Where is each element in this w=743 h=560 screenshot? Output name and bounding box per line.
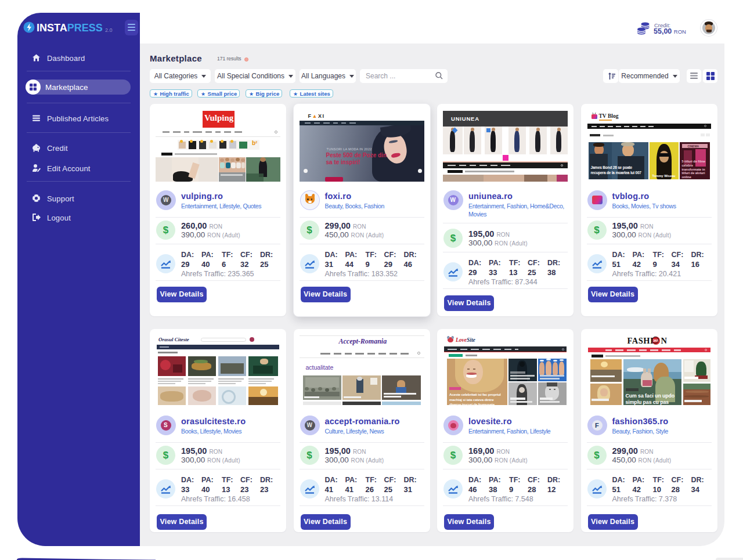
svg-text:INSTAPRESS: INSTAPRESS [37,22,103,34]
svg-text:2.0: 2.0 [105,27,113,33]
